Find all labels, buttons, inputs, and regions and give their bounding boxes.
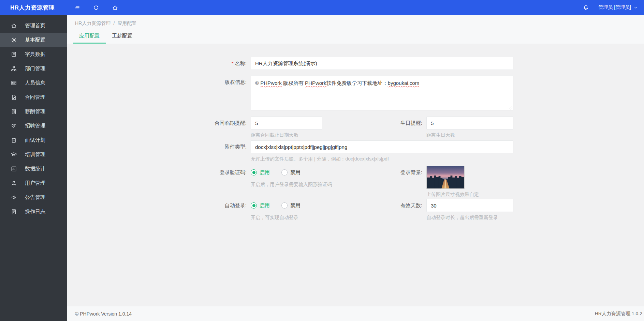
collapse-icon[interactable] <box>74 4 80 11</box>
home-icon[interactable] <box>112 4 118 11</box>
contract-remind-input[interactable] <box>251 117 322 129</box>
form-row-autologin: 自动登录: 启用 禁用 开启，可 <box>67 199 513 220</box>
sidebar-nav: 管理首页 基本配置 字典数据 部门管理 人员信息 合同管理 薪酬管理 招聘管理 … <box>0 15 67 321</box>
header-right: 管理员 [管理员] <box>583 4 644 11</box>
birthday-remind-input[interactable] <box>426 117 513 129</box>
main-content: HR人力资源管理 / 应用配置 应用配置 工薪配置 名称: 版权信息: <box>67 15 644 321</box>
refresh-icon[interactable] <box>93 4 99 11</box>
sidebar-item-statistics[interactable]: 数据统计 <box>0 162 67 176</box>
sidebar-item-personnel[interactable]: 人员信息 <box>0 76 67 90</box>
auto-login-radio-disable[interactable]: 禁用 <box>281 202 301 209</box>
user-icon <box>11 180 17 186</box>
page-footer: © PHPwork Version 1.0.14 HR人力资源管理 1.0.2 <box>67 306 644 321</box>
sidebar-item-basic-config[interactable]: 基本配置 <box>0 33 67 47</box>
radio-selected-icon <box>251 202 257 209</box>
calculator-icon <box>11 109 17 114</box>
handshake-icon <box>11 123 17 129</box>
chevron-down-icon <box>633 5 638 10</box>
page-top-strip: HR人力资源管理 / 应用配置 应用配置 工薪配置 <box>67 15 644 44</box>
sidebar-item-label: 薪酬管理 <box>25 108 45 115</box>
form-row-captcha-bg: 登录验证码: 启用 禁用 开启后 <box>67 166 513 197</box>
contract-remind-label: 合同临期提醒: <box>67 117 251 129</box>
sidebar-item-label: 招聘管理 <box>25 123 45 129</box>
form-row-attachment: 附件类型: 允许上传的文件后缀。多个用 | 分隔，例如：doc|docx|xls… <box>67 140 513 162</box>
footer-app-version: HR人力资源管理 1.0.2 <box>595 311 642 317</box>
tab-bar: 应用配置 工薪配置 <box>73 33 644 44</box>
auto-login-radio-enable[interactable]: 启用 <box>251 202 270 209</box>
bell-icon[interactable] <box>583 4 589 11</box>
copyright-text-segment: bygoukai.com <box>388 80 420 86</box>
copyright-text-segment: PHPwork <box>305 80 326 86</box>
attachment-types-hint: 允许上传的文件后缀。多个用 | 分隔，例如：doc|docx|xlsx|xls|… <box>251 156 513 162</box>
captcha-label: 登录验证码: <box>67 166 251 179</box>
radio-unselected-icon <box>281 202 288 209</box>
sidebar-item-admin-home[interactable]: 管理首页 <box>0 18 67 33</box>
log-file-icon <box>11 209 17 215</box>
sidebar-item-recruitment[interactable]: 招聘管理 <box>0 119 67 133</box>
radio-label: 启用 <box>260 202 270 209</box>
radio-unselected-icon <box>281 169 288 175</box>
app-config-form: 名称: 版权信息: © PHPwork 版权所有 PHPwork软件免费版学习下… <box>67 57 513 220</box>
sidebar-item-interview-plan[interactable]: 面试计划 <box>0 133 67 147</box>
valid-days-input[interactable] <box>426 199 513 212</box>
birthday-remind-label: 生日提醒: <box>400 117 426 129</box>
copyright-text-segment: PHPwork <box>260 80 282 86</box>
form-row-reminders: 合同临期提醒: 距离合同截止日期天数 生日提醒: 距离生日天数 <box>67 117 513 138</box>
sidebar-item-salary[interactable]: 薪酬管理 <box>0 104 67 119</box>
speaker-icon <box>11 195 17 200</box>
resize-grip[interactable] <box>509 106 512 109</box>
sidebar-item-operation-log[interactable]: 操作日志 <box>0 204 67 219</box>
login-background-thumbnail[interactable] <box>426 166 465 189</box>
sidebar-item-dictionary-data[interactable]: 字典数据 <box>0 47 67 61</box>
tab-app-config[interactable]: 应用配置 <box>73 33 106 44</box>
captcha-radio-group: 启用 禁用 <box>251 166 332 179</box>
breadcrumb-separator: / <box>113 21 115 26</box>
footer-version: © PHPwork Version 1.0.14 <box>75 311 132 317</box>
copyright-text-segment: © <box>255 80 260 86</box>
birthday-remind-hint: 距离生日天数 <box>426 132 513 138</box>
attachment-types-input[interactable] <box>251 140 513 153</box>
copyright-textarea[interactable]: © PHPwork 版权所有 PHPwork软件免费版学习下载地址：bygouk… <box>251 76 513 110</box>
sidebar-item-label: 培训管理 <box>25 151 45 158</box>
captcha-radio-disable[interactable]: 禁用 <box>281 169 301 176</box>
sidebar-item-label: 部门管理 <box>25 65 45 72</box>
name-input[interactable] <box>251 57 513 70</box>
auto-login-radio-group: 启用 禁用 <box>251 199 301 212</box>
copyright-text-segment: 版权所有 <box>282 80 305 86</box>
sidebar-item-label: 合同管理 <box>25 94 45 101</box>
user-menu[interactable]: 管理员 [管理员] <box>598 4 638 11</box>
sidebar-item-label: 用户管理 <box>25 180 45 186</box>
radio-label: 禁用 <box>290 169 301 176</box>
sidebar-item-announcement[interactable]: 公告管理 <box>0 190 67 204</box>
valid-days-hint: 自动登录时长，超出后需重新登录 <box>426 215 513 220</box>
captcha-radio-enable[interactable]: 启用 <box>251 169 270 176</box>
tab-salary-config[interactable]: 工薪配置 <box>106 33 138 44</box>
login-bg-hint: 上传图片尺寸视效果自定 <box>426 192 513 197</box>
file-pen-icon <box>11 94 17 100</box>
id-card-icon <box>11 80 17 86</box>
user-name: 管理员 [管理员] <box>598 4 631 11</box>
sidebar-item-label: 人员信息 <box>25 80 45 86</box>
captcha-hint: 开启后，用户登录需要输入图形验证码 <box>251 182 332 187</box>
clipboard-icon <box>11 137 17 143</box>
form-row-name: 名称: <box>67 57 513 70</box>
login-bg-label: 登录背景: <box>400 166 426 179</box>
form-row-copyright: 版权信息: © PHPwork 版权所有 PHPwork软件免费版学习下载地址：… <box>67 76 513 110</box>
copyright-label: 版权信息: <box>67 76 251 89</box>
sidebar-item-label: 数据统计 <box>25 166 45 172</box>
header-icon-group <box>67 4 118 11</box>
name-label: 名称: <box>67 57 251 70</box>
breadcrumb-current: 应用配置 <box>117 20 136 27</box>
sidebar-item-user-management[interactable]: 用户管理 <box>0 176 67 190</box>
sidebar-item-training[interactable]: 培训管理 <box>0 147 67 162</box>
top-header: HR人力资源管理 管理员 [管理员] <box>0 0 644 15</box>
sidebar-item-label: 操作日志 <box>25 209 45 215</box>
breadcrumb-root[interactable]: HR人力资源管理 <box>75 20 111 27</box>
gear-icon <box>11 37 17 43</box>
sidebar-item-department[interactable]: 部门管理 <box>0 61 67 76</box>
bar-chart-icon <box>11 166 17 172</box>
sidebar-item-contract[interactable]: 合同管理 <box>0 90 67 104</box>
sidebar-item-label: 基本配置 <box>25 37 45 43</box>
sidebar-item-label: 公告管理 <box>25 194 45 201</box>
sidebar-item-label: 管理首页 <box>25 22 45 29</box>
